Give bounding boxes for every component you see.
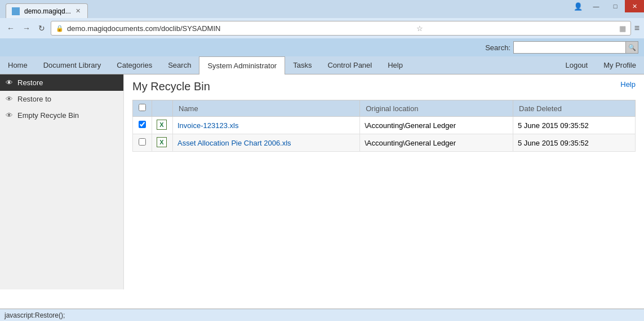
excel-icon: X xyxy=(157,137,168,148)
row-checkbox[interactable] xyxy=(139,138,146,146)
user-icon-area: 👤 xyxy=(570,0,587,12)
main-layout: 👁 Restore 👁 Restore to 👁 Empty Recycle B… xyxy=(0,74,644,289)
user-icon: 👤 xyxy=(574,2,583,11)
close-button[interactable]: ✕ xyxy=(625,0,644,12)
row-file-name[interactable]: Asset Allocation Pie Chart 2006.xls xyxy=(173,134,360,152)
eye-icon-restore: 👁 xyxy=(6,78,13,87)
bookmark-icon[interactable]: ☆ xyxy=(416,24,423,33)
nav-item-logout[interactable]: Logout xyxy=(557,56,596,74)
status-text: javascript:Restore(); xyxy=(5,311,65,319)
window-controls: — □ ✕ xyxy=(587,0,644,12)
col-header-checkbox xyxy=(133,100,152,117)
forward-button[interactable]: → xyxy=(20,23,33,34)
table-row: X Invoice-123123.xls\Accounting\General … xyxy=(133,117,636,134)
browser-menu-icon[interactable]: ≡ xyxy=(634,23,639,33)
sidebar-item-restore-to[interactable]: 👁 Restore to xyxy=(0,91,123,107)
lock-icon: 🔒 xyxy=(56,25,64,32)
file-name-link[interactable]: Invoice-123123.xls xyxy=(177,121,238,130)
maximize-button[interactable]: □ xyxy=(606,0,625,12)
search-label: Search: xyxy=(485,43,510,52)
minimize-button[interactable]: — xyxy=(587,0,606,12)
excel-icon: X xyxy=(157,120,168,131)
row-checkbox[interactable] xyxy=(139,121,146,128)
url-text: demo.magiqdocuments.com/doclib/SYSADMIN xyxy=(67,24,220,33)
col-header-location: Original location xyxy=(360,100,513,117)
row-location: \Accounting\General Ledger xyxy=(360,117,513,134)
sidebar-item-empty-recycle-bin[interactable]: 👁 Empty Recycle Bin xyxy=(0,107,123,124)
reload-button[interactable]: ↻ xyxy=(36,23,47,34)
sidebar-item-restore-to-label: Restore to xyxy=(17,95,51,103)
search-button[interactable]: 🔍 xyxy=(626,41,638,54)
status-bar: javascript:Restore(); xyxy=(0,309,644,321)
nav-item-help[interactable]: Help xyxy=(380,56,411,74)
table-row: X Asset Allocation Pie Chart 2006.xls\Ac… xyxy=(133,134,636,152)
row-checkbox-cell[interactable] xyxy=(133,134,152,152)
page-title: My Recycle Bin xyxy=(132,80,210,93)
recycle-table: Name Original location Date Deleted X In… xyxy=(132,100,636,152)
help-link[interactable]: Help xyxy=(620,80,636,89)
nav-menu: Home Document Library Categories Search … xyxy=(0,56,644,74)
sidebar-item-restore-label: Restore xyxy=(17,78,43,87)
content-area: My Recycle Bin Help Name Original locati… xyxy=(124,74,644,289)
row-checkbox-cell[interactable] xyxy=(133,117,152,134)
sidebar-item-empty-recycle-bin-label: Empty Recycle Bin xyxy=(17,111,79,120)
content-header: My Recycle Bin Help xyxy=(132,80,636,93)
tab-bar: demo.magiqd... ✕ 👤 — □ ✕ xyxy=(0,0,644,18)
sidebar-item-restore[interactable]: 👁 Restore xyxy=(0,74,123,91)
row-date-deleted: 5 June 2015 09:35:52 xyxy=(513,134,636,152)
back-button[interactable]: ← xyxy=(5,23,17,34)
address-bar[interactable]: 🔒 demo.magiqdocuments.com/doclib/SYSADMI… xyxy=(51,21,631,36)
row-location: \Accounting\General Ledger xyxy=(360,134,513,152)
col-header-name: Name xyxy=(173,100,360,117)
nav-item-control-panel[interactable]: Control Panel xyxy=(319,56,380,74)
extension-icon[interactable]: ▦ xyxy=(619,24,626,33)
search-input[interactable] xyxy=(513,41,626,54)
col-header-icon xyxy=(152,100,173,117)
nav-item-tasks[interactable]: Tasks xyxy=(285,56,319,74)
nav-item-system-administrator[interactable]: System Administrator xyxy=(199,56,285,74)
nav-item-home[interactable]: Home xyxy=(0,56,35,74)
file-name-link[interactable]: Asset Allocation Pie Chart 2006.xls xyxy=(177,139,291,147)
eye-icon-empty-recycle-bin: 👁 xyxy=(6,111,13,120)
browser-tab[interactable]: demo.magiqd... ✕ xyxy=(6,3,88,18)
table-header-row: Name Original location Date Deleted xyxy=(133,100,636,117)
tab-favicon xyxy=(12,7,20,15)
nav-item-search[interactable]: Search xyxy=(160,56,199,74)
nav-item-categories[interactable]: Categories xyxy=(109,56,160,74)
sidebar: 👁 Restore 👁 Restore to 👁 Empty Recycle B… xyxy=(0,74,124,289)
select-all-checkbox[interactable] xyxy=(139,104,146,111)
nav-item-document-library[interactable]: Document Library xyxy=(35,56,109,74)
tab-close-button[interactable]: ✕ xyxy=(75,7,81,15)
tab-label: demo.magiqd... xyxy=(24,7,71,15)
app-search-bar: Search: 🔍 xyxy=(0,38,644,56)
nav-right: Logout My Profile xyxy=(557,56,644,74)
row-icon-cell: X xyxy=(152,134,173,152)
row-date-deleted: 5 June 2015 09:35:52 xyxy=(513,117,636,134)
row-file-name[interactable]: Invoice-123123.xls xyxy=(173,117,360,134)
nav-item-my-profile[interactable]: My Profile xyxy=(596,56,644,74)
address-bar-row: ← → ↻ 🔒 demo.magiqdocuments.com/doclib/S… xyxy=(0,18,644,38)
col-header-date: Date Deleted xyxy=(513,100,636,117)
eye-icon-restore-to: 👁 xyxy=(6,95,13,103)
row-icon-cell: X xyxy=(152,117,173,134)
